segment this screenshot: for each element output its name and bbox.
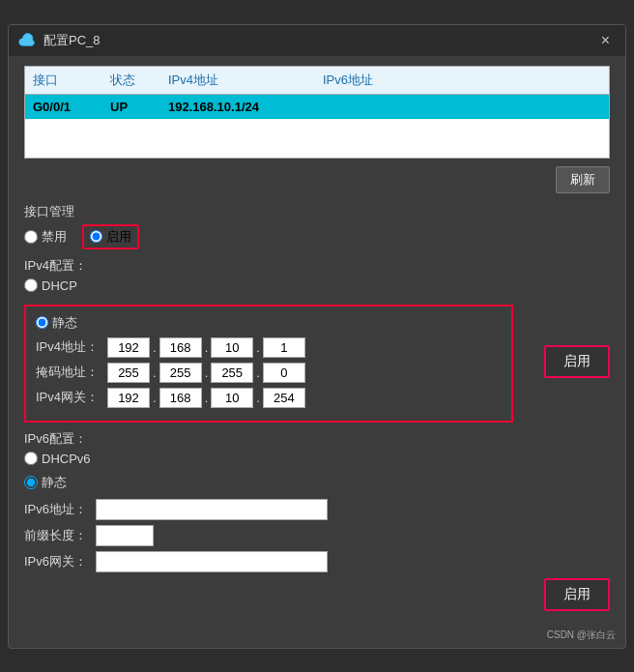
- ipv4-addr-row: IPv4地址： . . .: [36, 337, 502, 358]
- ipv6-addr-input[interactable]: [96, 499, 328, 520]
- ipv6-gw-input[interactable]: [96, 551, 328, 572]
- mask-seg2[interactable]: [159, 363, 202, 383]
- mask-label: 掩码地址：: [36, 364, 103, 381]
- dhcpv6-radio-label[interactable]: DHCPv6: [24, 452, 91, 466]
- dot6: .: [255, 365, 261, 380]
- mask-seg4[interactable]: [263, 363, 305, 383]
- dhcpv6-radio[interactable]: [24, 452, 38, 465]
- header-port: 接口: [33, 72, 110, 89]
- static-config-box: 静态 IPv4地址： . . .: [24, 305, 513, 423]
- gateway-fields: . . .: [107, 388, 305, 408]
- disable-radio[interactable]: [24, 230, 38, 244]
- ipv6-static-group: 静态: [24, 474, 610, 491]
- gateway-label: IPv4网关：: [36, 389, 103, 406]
- dot2: .: [204, 340, 210, 355]
- ipv6-gw-row: IPv6网关：: [24, 551, 610, 572]
- gw-seg2[interactable]: [159, 388, 202, 408]
- enable-radio-highlighted[interactable]: 启用: [82, 224, 139, 249]
- ipv4-config-label: IPv4配置：: [24, 257, 610, 275]
- dot8: .: [204, 391, 210, 405]
- apply-col: 启用: [513, 301, 610, 423]
- mask-seg1[interactable]: [107, 363, 150, 383]
- ipv4-seg2[interactable]: [159, 337, 202, 358]
- ipv6-section: IPv6配置： DHCPv6 静态 IPv6地址： 前缀长度：: [24, 430, 610, 611]
- prefix-row: 前缀长度：: [24, 525, 610, 546]
- window-title: 配置PC_8: [43, 32, 101, 49]
- cloud-icon: [18, 32, 36, 49]
- ipv4-mode-group: DHCP: [24, 278, 610, 293]
- ipv4-seg4[interactable]: [263, 337, 305, 358]
- cell-ipv6: [323, 100, 601, 114]
- gw-seg1[interactable]: [107, 388, 150, 408]
- static-section: 静态 IPv4地址： . . .: [24, 301, 610, 423]
- ipv6-addr-label: IPv6地址：: [24, 501, 92, 518]
- ipv4-seg3[interactable]: [211, 337, 253, 358]
- ipv4-addr-fields: . . .: [107, 337, 305, 358]
- table-empty-area: [25, 119, 609, 158]
- apply-row-2: 启用: [24, 578, 610, 611]
- static-left: 静态 IPv4地址： . . .: [24, 301, 513, 423]
- ipv6-config-label: IPv6配置：: [24, 430, 610, 448]
- refresh-button[interactable]: 刷新: [556, 166, 610, 193]
- refresh-row: 刷新: [24, 166, 610, 193]
- gw-seg4[interactable]: [263, 388, 305, 408]
- table-header: 接口 状态 IPv4地址 IPv6地址: [25, 67, 609, 95]
- dhcp-radio-label[interactable]: DHCP: [24, 278, 77, 293]
- mask-seg3[interactable]: [211, 363, 253, 383]
- ipv6-static-label: 静态: [42, 474, 67, 491]
- header-ipv4: IPv4地址: [168, 72, 323, 89]
- interface-table: 接口 状态 IPv4地址 IPv6地址 G0/0/1 UP 192.168.10…: [24, 66, 610, 159]
- prefix-label: 前缀长度：: [24, 527, 92, 544]
- static-label-text: 静态: [52, 314, 77, 332]
- prefix-input[interactable]: [96, 525, 154, 546]
- title-bar: 配置PC_8 ×: [9, 25, 625, 56]
- header-status: 状态: [110, 72, 168, 89]
- mask-row: 掩码地址： . . .: [36, 363, 502, 383]
- dhcp-radio[interactable]: [24, 278, 38, 292]
- dhcp-label: DHCP: [42, 278, 77, 293]
- ipv6-mode-group: DHCPv6: [24, 452, 610, 466]
- header-ipv6: IPv6地址: [323, 72, 601, 89]
- static-radio[interactable]: [36, 316, 48, 329]
- dot3: .: [255, 340, 261, 355]
- apply-button-2[interactable]: 启用: [544, 578, 610, 611]
- main-window: 配置PC_8 × 接口 状态 IPv4地址 IPv6地址 G0/0/1 UP 1…: [8, 24, 626, 649]
- mask-fields: . . .: [107, 363, 305, 383]
- gateway-row: IPv4网关： . . .: [36, 388, 502, 408]
- apply-button-1[interactable]: 启用: [544, 345, 610, 378]
- watermark: CSDN @张白云: [9, 627, 625, 648]
- ipv6-addr-row: IPv6地址：: [24, 499, 610, 520]
- disable-radio-label[interactable]: 禁用: [24, 228, 67, 246]
- dot1: .: [152, 340, 158, 355]
- interface-mgmt-label: 接口管理: [24, 203, 610, 220]
- dhcpv6-label: DHCPv6: [42, 452, 91, 466]
- ipv4-seg1[interactable]: [107, 337, 150, 358]
- table-row[interactable]: G0/0/1 UP 192.168.10.1/24: [25, 95, 609, 119]
- ipv6-static-radio-label[interactable]: 静态: [24, 474, 67, 491]
- disable-label: 禁用: [42, 228, 67, 246]
- cell-status: UP: [110, 100, 168, 114]
- interface-mgmt-group: 禁用 启用: [24, 224, 610, 249]
- gw-seg3[interactable]: [211, 388, 253, 408]
- dot9: .: [255, 391, 261, 405]
- ipv4-addr-label: IPv4地址：: [36, 338, 103, 356]
- ipv6-static-radio[interactable]: [24, 476, 38, 489]
- ipv6-gw-label: IPv6网关：: [24, 553, 92, 570]
- window-content: 接口 状态 IPv4地址 IPv6地址 G0/0/1 UP 192.168.10…: [9, 56, 625, 627]
- dot7: .: [152, 391, 158, 405]
- enable-radio[interactable]: [90, 230, 102, 243]
- static-radio-row: 静态: [36, 314, 502, 332]
- cell-ipv4: 192.168.10.1/24: [168, 100, 323, 114]
- dot5: .: [204, 365, 210, 380]
- close-button[interactable]: ×: [595, 30, 616, 51]
- enable-label: 启用: [106, 228, 131, 246]
- cell-port: G0/0/1: [33, 100, 110, 114]
- dot4: .: [152, 365, 158, 380]
- title-bar-left: 配置PC_8: [18, 32, 101, 49]
